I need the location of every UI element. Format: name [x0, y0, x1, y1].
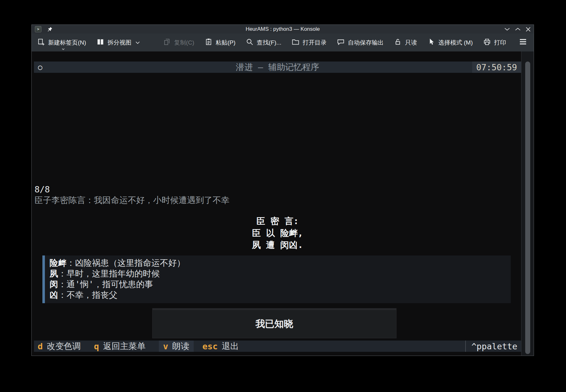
copy-icon [163, 38, 171, 48]
clock: 07:50:59 [472, 62, 521, 73]
select-mode-button[interactable]: 选择模式 (M) [427, 38, 473, 48]
hint-change-theme[interactable]: d 改变色调 [38, 341, 81, 352]
autosave-output-button[interactable]: 自动保存输出 [337, 38, 384, 48]
tui-title: 潜进 – 辅助记忆程序 [236, 62, 319, 73]
terminal-viewport[interactable]: ○ 潜进 – 辅助记忆程序 07:50:59 8/8 臣子李密陈言：我因命运不好… [32, 51, 534, 356]
paste-button[interactable]: 粘贴(P) [204, 38, 235, 48]
tui-header: ○ 潜进 – 辅助记忆程序 07:50:59 [34, 62, 521, 73]
paste-icon [204, 38, 213, 48]
verse-block: 臣 密 言: 臣 以 险衅, 夙 遭 闵凶. [34, 215, 521, 251]
copy-button[interactable]: 复制(C) [163, 38, 194, 48]
glossary-panel: 险衅：凶险祸患（这里指命运不好） 夙：早时，这里指年幼的时候 闵：通'悯'，指可… [42, 255, 511, 303]
select-cursor-icon [427, 38, 435, 48]
tui-app: ○ 潜进 – 辅助记忆程序 07:50:59 8/8 臣子李密陈言：我因命运不好… [34, 51, 521, 356]
glossary-line: 凶：不幸，指丧父 [50, 290, 508, 300]
hint-quit[interactable]: esc 退出 [202, 341, 239, 352]
split-view-icon [96, 38, 105, 48]
close-button[interactable] [526, 27, 531, 32]
glossary-line: 险衅：凶险祸患（这里指命运不好） [50, 258, 508, 268]
chevron-down-icon [135, 41, 140, 44]
verse-line: 臣 密 言: [34, 215, 521, 227]
new-tab-button[interactable]: 新建标签页(N) [37, 38, 86, 48]
hamburger-menu-icon [519, 38, 527, 47]
statusbar: d 改变色调 q 返回主菜单 v 朗读 esc 退出 ^p [34, 341, 521, 352]
search-icon [245, 38, 254, 48]
hint-read-aloud[interactable]: v 朗读 [159, 341, 194, 352]
titlebar: > HeurAMS : python3 — Konsole [32, 25, 534, 34]
acknowledge-button[interactable]: 我已知晓 [152, 308, 396, 338]
pin-icon[interactable] [47, 26, 53, 32]
glossary-line: 夙：早时，这里指年幼的时候 [50, 268, 508, 279]
find-button[interactable]: 查找(F)... [245, 38, 281, 48]
scrollbar-thumb[interactable] [525, 62, 530, 354]
konsole-window: > HeurAMS : python3 — Konsole 新建标签页(N) [31, 24, 534, 356]
lock-icon [394, 38, 402, 48]
glossary-line: 闵：通'悯'，指可忧患的事 [50, 279, 508, 290]
statusbar-divider [465, 341, 466, 352]
toolbar: 新建标签页(N) 拆分视图 复制(C) [32, 34, 534, 51]
chevron-down-icon [62, 45, 65, 52]
spinner-icon: ○ [38, 64, 42, 71]
konsole-app-icon[interactable]: > [35, 26, 41, 32]
maximize-button[interactable] [515, 27, 520, 31]
scrollbar-track[interactable] [521, 51, 534, 356]
open-folder-icon [291, 38, 300, 48]
minimize-button[interactable] [504, 27, 510, 31]
verse-line: 臣 以 险衅, [34, 227, 521, 239]
verse-line: 夙 遭 闵凶. [34, 239, 521, 251]
print-button[interactable]: 打印 [483, 38, 506, 48]
open-directory-button[interactable]: 打开目录 [291, 38, 326, 48]
output-bubble-icon [337, 38, 345, 48]
window-title: HeurAMS : python3 — Konsole [245, 26, 320, 32]
read-only-button[interactable]: 只读 [394, 38, 417, 48]
new-tab-icon [37, 38, 45, 48]
hint-sentence: 臣子李密陈言：我因命运不好，小时候遭遇到了不幸 [35, 195, 229, 206]
progress-counter: 8/8 [35, 185, 50, 194]
hint-palette[interactable]: ^p palette [465, 341, 517, 352]
menu-button[interactable] [519, 38, 527, 47]
printer-icon [483, 38, 491, 48]
split-view-button[interactable]: 拆分视图 [96, 38, 140, 48]
hint-main-menu[interactable]: q 返回主菜单 [94, 341, 145, 352]
